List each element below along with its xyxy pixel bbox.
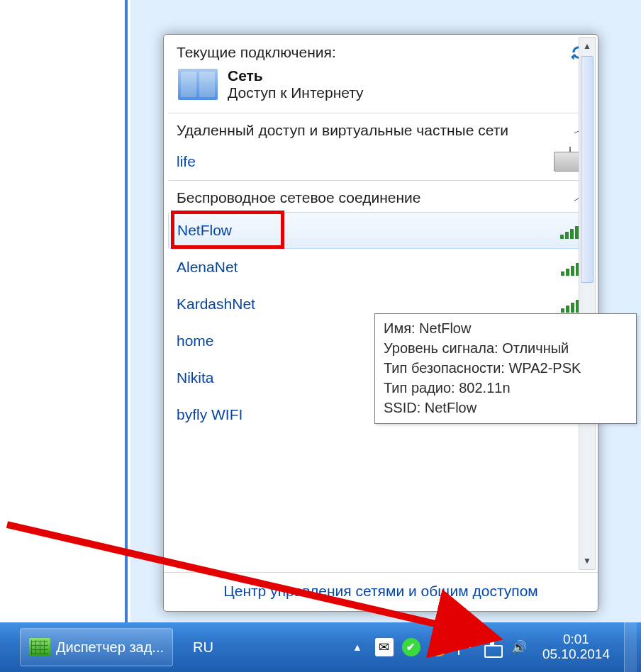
vpn-section-header[interactable]: Удаленный доступ и виртуальные частные с… [167,115,595,145]
action-center-icon[interactable] [456,638,474,656]
wifi-name: byfly WIFI [177,406,243,423]
taskbar: Диспетчер зад... RU 0:01 05.10.2014 [0,622,641,672]
scroll-thumb[interactable] [581,56,593,283]
volume-icon[interactable] [510,638,528,656]
wifi-section-label: Беспроводное сетевое соединение [177,189,420,206]
language-indicator[interactable]: RU [193,639,213,656]
system-tray: 0:01 05.10.2014 [348,622,641,672]
wifi-item-alenanet[interactable]: AlenaNet [167,249,595,286]
tooltip-ssid: SSID: NetFlow [384,398,628,418]
vpn-section-label: Удаленный доступ и виртуальные частные с… [177,122,508,139]
divider [168,113,593,113]
taskbar-clock[interactable]: 0:01 05.10.2014 [537,632,615,662]
tooltip-security: Тип безопасности: WPA2-PSK [384,358,628,378]
flyout-title: Текущие подключения: [177,44,336,61]
show-desktop-button[interactable] [624,622,637,672]
wifi-name: AlenaNet [177,259,238,276]
clock-time: 0:01 [542,632,610,647]
divider [168,180,593,181]
wifi-name: KardashNet [177,296,255,313]
network-center-link[interactable]: Центр управления сетями и общим доступом [223,583,538,599]
wifi-name: NetFlow [177,222,232,239]
scroll-up-icon[interactable]: ▲ [579,38,595,55]
background-panel [0,0,128,622]
network-tray-icon[interactable] [483,638,501,656]
current-connection: Сеть Доступ к Интернету [167,65,595,111]
tooltip-radio: Тип радио: 802.11n [384,378,628,398]
tooltip-signal: Уровень сигнала: Отличный [384,338,628,358]
skype-icon[interactable] [402,638,420,656]
wifi-item-netflow[interactable]: NetFlow [168,212,593,249]
wifi-name: home [177,332,214,349]
clock-date: 05.10.2014 [542,647,610,662]
wifi-tooltip: Имя: NetFlow Уровень сигнала: Отличный Т… [374,313,637,424]
flyout-header: Текущие подключения: [167,39,595,65]
scroll-down-icon[interactable]: ▼ [579,552,595,569]
scrollbar[interactable]: ▲ ▼ [579,37,596,570]
mail-icon[interactable] [375,638,394,656]
current-network-name: Сеть [228,67,364,84]
current-network-status: Доступ к Интернету [228,84,364,101]
taskmanager-icon [29,638,50,656]
flyout-footer: Центр управления сетями и общим доступом [164,572,598,611]
tooltip-name: Имя: NetFlow [384,318,628,338]
tray-overflow-icon[interactable] [348,638,367,656]
taskbar-app-taskmanager[interactable]: Диспетчер зад... [20,628,173,666]
vpn-item-label: life [177,153,196,170]
antivirus-icon[interactable] [429,638,447,656]
current-connection-text: Сеть Доступ к Интернету [228,67,364,101]
vpn-item-life[interactable]: life [167,145,595,179]
network-icon [178,69,218,100]
wifi-name: Nikita [177,369,214,386]
wifi-section-header[interactable]: Беспроводное сетевое соединение ︿ [167,182,595,212]
taskbar-app-label: Диспетчер зад... [56,639,164,656]
flyout-body: Текущие подключения: Сеть Доступ к Интер… [164,35,598,572]
